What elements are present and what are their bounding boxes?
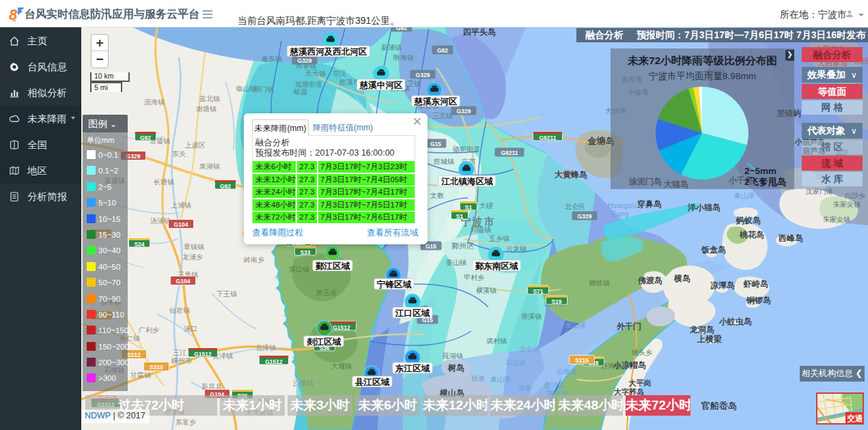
svg-text:骆驼街道: 骆驼街道 (453, 145, 480, 153)
svg-text:G9211: G9211 (501, 149, 518, 156)
svg-text:慈溪中河区: 慈溪中河区 (359, 81, 403, 90)
svg-text:象山港: 象山港 (565, 321, 586, 329)
svg-text:蛎霞: 蛎霞 (294, 88, 307, 96)
svg-text:上横梁: 上横梁 (697, 334, 722, 344)
svg-text:G92: G92 (437, 47, 448, 54)
svg-text:Gang: Gang (612, 210, 628, 218)
svg-text:外干门: 外干门 (616, 321, 641, 331)
svg-text:S1: S1 (456, 213, 464, 220)
svg-text:G329: G329 (298, 57, 312, 64)
svg-text:G1512: G1512 (194, 351, 212, 358)
svg-text:新浦镇: 新浦镇 (381, 44, 402, 51)
svg-text:天元镇: 天元镇 (305, 70, 326, 77)
svg-text:姜山镇: 姜山镇 (446, 259, 466, 266)
svg-text:西峰岛: 西峰岛 (778, 233, 803, 243)
svg-text:北仑区: 北仑区 (565, 203, 585, 210)
svg-text:低塘街道: 低塘街道 (295, 81, 322, 88)
svg-text:沙溪镇: 沙溪镇 (293, 379, 313, 387)
svg-text:汤浦镇: 汤浦镇 (150, 217, 171, 225)
svg-text:长塘镇: 长塘镇 (154, 178, 174, 186)
svg-text:慈溪西河及西北河区: 慈溪西河及西北河区 (290, 47, 367, 57)
svg-text:虾峙岛: 虾峙岛 (743, 279, 768, 289)
svg-text:S212: S212 (127, 352, 141, 358)
svg-text:石沿港: 石沿港 (505, 359, 526, 367)
svg-text:穿鼻岛: 穿鼻岛 (637, 199, 662, 209)
svg-text:下王镇: 下王镇 (216, 290, 237, 298)
svg-text:S19: S19 (551, 298, 561, 305)
svg-text:沥海镇: 沥海镇 (144, 98, 165, 106)
svg-text:G1512: G1512 (265, 358, 283, 365)
svg-text:G329: G329 (416, 72, 430, 78)
svg-text:墙头乡: 墙头乡 (631, 349, 652, 356)
svg-text:G92: G92 (140, 134, 151, 141)
svg-text:淡港: 淡港 (518, 384, 531, 392)
svg-text:泉湖镇: 泉湖镇 (199, 162, 220, 170)
svg-text:小蚊虫岛: 小蚊虫岛 (718, 317, 752, 326)
svg-text:慈城镇: 慈城镇 (433, 158, 454, 165)
svg-text:宁锋区域: 宁锋区域 (376, 279, 412, 289)
svg-text:G15: G15 (425, 243, 436, 250)
svg-text:G92: G92 (220, 183, 231, 190)
svg-text:官船岙岛: 官船岙岛 (701, 401, 737, 411)
svg-text:云龙镇: 云龙镇 (506, 245, 527, 253)
svg-text:S33: S33 (300, 249, 310, 256)
svg-text:G329: G329 (578, 213, 592, 220)
svg-text:浦口: 浦口 (184, 325, 197, 332)
svg-text:三江: 三江 (173, 349, 186, 356)
svg-text:象山港: 象山港 (490, 375, 511, 383)
svg-text:朱家尖镇: 朱家尖镇 (823, 216, 850, 223)
svg-text:G92: G92 (396, 27, 407, 31)
svg-text:S1: S1 (465, 204, 473, 211)
svg-text:四平头岛: 四平头岛 (463, 27, 496, 37)
svg-text:大平岗: 大平岗 (629, 379, 652, 387)
svg-text:东江区域: 东江区域 (395, 364, 430, 373)
svg-text:佛渡岛: 佛渡岛 (637, 276, 662, 285)
svg-text:鄞州区: 鄞州区 (451, 242, 475, 250)
svg-text:泗门镇: 泗门镇 (253, 85, 274, 93)
svg-text:上浦镇: 上浦镇 (170, 201, 191, 209)
svg-text:裘村镇: 裘村镇 (486, 337, 507, 345)
svg-text:龙浦乡: 龙浦乡 (182, 253, 203, 261)
svg-text:溪口镇: 溪口镇 (289, 266, 309, 273)
svg-text:鄞江区域: 鄞江区域 (316, 261, 350, 271)
svg-text:章镇镇: 章镇镇 (184, 243, 204, 250)
svg-text:广利乡: 广利乡 (139, 326, 159, 334)
svg-text:东茗乡: 东茗乡 (176, 418, 196, 426)
svg-text:横岛: 横岛 (673, 274, 690, 283)
svg-text:慈溪东河区: 慈溪东河区 (414, 97, 458, 106)
svg-text:嵊州市: 嵊州市 (171, 357, 193, 364)
svg-text:G1512: G1512 (333, 324, 350, 331)
svg-text:龙洞岛: 龙洞岛 (689, 325, 714, 334)
svg-text:岭南乡: 岭南乡 (244, 256, 264, 263)
svg-text:树岛: 树岛 (447, 363, 464, 373)
svg-text:东关: 东关 (172, 150, 186, 158)
svg-text:附海镇: 附海镇 (393, 54, 414, 61)
svg-text:桃花岛: 桃花岛 (739, 230, 764, 240)
svg-text:G329: G329 (457, 108, 471, 115)
svg-text:S71: S71 (533, 288, 543, 295)
svg-text:谢塘镇: 谢塘镇 (196, 105, 216, 113)
svg-text:宗汉: 宗汉 (333, 70, 346, 77)
svg-text:蚂蚁岛: 蚂蚁岛 (736, 216, 761, 225)
svg-text:大黄蜂岛: 大黄蜂岛 (555, 170, 587, 180)
svg-text:小凉帽岛: 小凉帽岛 (613, 360, 646, 370)
svg-text:横溪镇: 横溪镇 (476, 287, 496, 294)
svg-text:北仑港: 北仑港 (519, 345, 540, 353)
svg-text:铁港: 铁港 (471, 375, 485, 382)
svg-text:G9211: G9211 (539, 134, 556, 141)
svg-text:S310: S310 (150, 364, 163, 371)
svg-text:江北镇海区域: 江北镇海区域 (441, 177, 494, 186)
svg-text:沈家门港: 沈家门港 (805, 188, 833, 195)
svg-text:五乡镇: 五乡镇 (489, 235, 509, 242)
svg-text:三北镇: 三北镇 (432, 112, 453, 119)
svg-text:萧王庙: 萧王庙 (316, 289, 337, 296)
svg-text:仙岩镇: 仙岩镇 (169, 306, 190, 314)
svg-text:西沪港: 西沪港 (544, 382, 565, 389)
svg-text:鄞东南区域: 鄞东南区域 (475, 261, 518, 271)
svg-text:铜锣岛: 铜锣岛 (746, 296, 771, 305)
svg-text:S215: S215 (575, 357, 589, 364)
svg-text:S24: S24 (134, 241, 144, 248)
svg-text:北漳镇: 北漳镇 (255, 344, 276, 352)
svg-text:象山港: 象山港 (734, 192, 755, 199)
svg-text:白墩港: 白墩港 (557, 368, 577, 375)
